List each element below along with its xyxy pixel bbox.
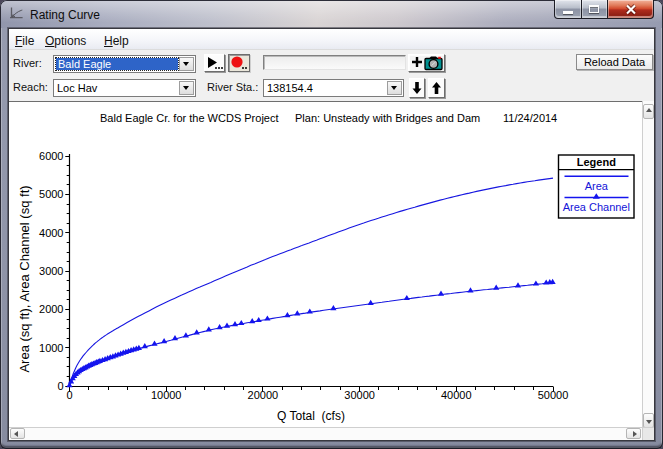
svg-text:50000: 50000 (538, 389, 569, 401)
svg-text:Bald Eagle Cr. for the WCDS Pr: Bald Eagle Cr. for the WCDS Project (100, 112, 279, 124)
svg-text:0: 0 (66, 389, 72, 401)
svg-text:6000: 6000 (39, 150, 63, 162)
svg-text:Area: Area (585, 180, 609, 192)
svg-text:Legend: Legend (577, 156, 616, 168)
svg-text:20000: 20000 (248, 389, 279, 401)
svg-text:0: 0 (57, 380, 63, 392)
svg-text:30000: 30000 (344, 389, 375, 401)
svg-text:40000: 40000 (441, 389, 472, 401)
svg-text:10000: 10000 (151, 389, 182, 401)
svg-text:5000: 5000 (39, 188, 63, 200)
svg-text:Plan: Unsteady with Bridges an: Plan: Unsteady with Bridges and Dam (295, 112, 480, 124)
svg-text:3000: 3000 (39, 265, 63, 277)
svg-text:Q Total (cfs): Q Total (cfs) (277, 409, 345, 423)
svg-text:4000: 4000 (39, 227, 63, 239)
svg-text:11/24/2014: 11/24/2014 (503, 112, 557, 124)
svg-text:Area (sq ft), Area Channel (sq: Area (sq ft), Area Channel (sq ft) (17, 185, 32, 372)
svg-text:Area Channel: Area Channel (563, 201, 630, 213)
svg-text:2000: 2000 (39, 303, 63, 315)
svg-text:1000: 1000 (39, 342, 63, 354)
